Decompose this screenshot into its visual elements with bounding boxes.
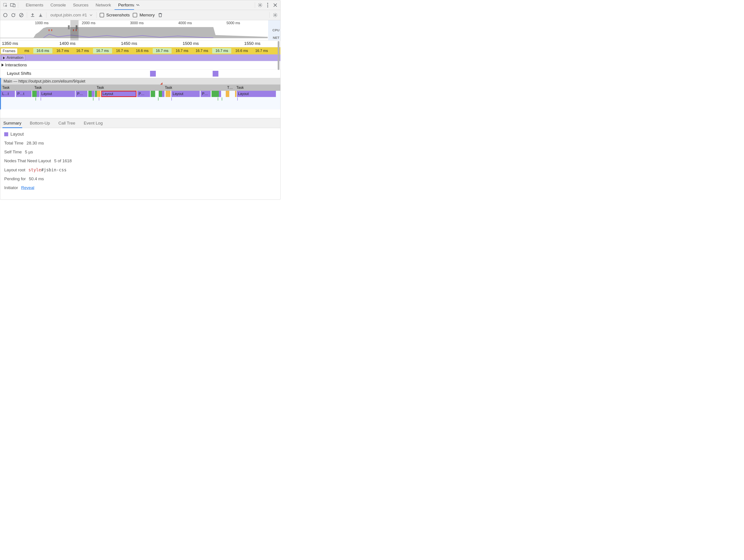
activity-bar[interactable]: Layout bbox=[40, 91, 75, 97]
activity-bar[interactable] bbox=[216, 91, 219, 97]
reload-record-icon[interactable] bbox=[9, 11, 17, 19]
activity-bar[interactable]: L…t bbox=[1, 91, 15, 97]
screenshots-checkbox[interactable]: Screenshots bbox=[98, 13, 131, 17]
net-label: NET bbox=[273, 36, 280, 39]
summary-panel: Layout Total Time 28.30 ms Self Time 5 µ… bbox=[0, 128, 280, 199]
activity-bar[interactable] bbox=[219, 91, 221, 97]
separator bbox=[18, 2, 18, 8]
separator bbox=[96, 12, 97, 18]
frame-chip[interactable]: 16.6 ms bbox=[232, 48, 251, 53]
flame-ruler: 1350 ms1400 ms1450 ms1500 ms1550 ms bbox=[0, 41, 280, 47]
activity-bar[interactable] bbox=[162, 91, 164, 97]
frame-chip[interactable]: 16.7 ms bbox=[173, 48, 191, 53]
separator bbox=[269, 12, 270, 18]
activity-bar[interactable]: P… bbox=[201, 91, 211, 97]
event-title: Layout bbox=[10, 132, 24, 137]
layout-shift-event[interactable] bbox=[150, 71, 156, 77]
tab-performance[interactable]: Performance bbox=[115, 0, 134, 10]
frame-chip[interactable]: 16.6 ms bbox=[33, 48, 52, 53]
frames-track: ms16.6 ms16.7 ms16.7 ms16.7 ms16.7 ms16.… bbox=[0, 47, 280, 54]
activity-bar[interactable] bbox=[151, 91, 155, 97]
row-self-time: Self Time 5 µs bbox=[4, 150, 276, 154]
flame-scrollbar[interactable] bbox=[278, 41, 280, 70]
tab-elements[interactable]: Elements bbox=[22, 0, 47, 10]
activity-bar[interactable] bbox=[212, 91, 216, 97]
inspect-element-icon[interactable] bbox=[2, 1, 9, 9]
svg-point-6 bbox=[267, 6, 268, 7]
activity-bar[interactable] bbox=[88, 91, 92, 97]
frame-chip[interactable]: 16.7 ms bbox=[212, 48, 231, 53]
activity-bar[interactable] bbox=[37, 91, 39, 97]
activity-bar[interactable] bbox=[95, 91, 97, 97]
tab-sources[interactable]: Sources bbox=[70, 0, 92, 10]
frame-chip[interactable]: 16.7 ms bbox=[73, 48, 92, 53]
task-bar[interactable]: Task bbox=[1, 84, 32, 91]
svg-rect-14 bbox=[68, 25, 70, 29]
task-bar[interactable]: Task bbox=[235, 84, 280, 91]
expand-icon[interactable] bbox=[2, 64, 4, 67]
close-devtools-icon[interactable] bbox=[271, 1, 279, 9]
clear-icon[interactable] bbox=[17, 11, 25, 19]
task-bar[interactable]: Task bbox=[96, 84, 162, 91]
row-total-time: Total Time 28.30 ms bbox=[4, 141, 276, 146]
more-tabs-chevron-icon[interactable] bbox=[134, 1, 142, 9]
frame-chip[interactable]: ms bbox=[21, 48, 32, 53]
layout-shifts-track: Layout Shifts bbox=[0, 70, 280, 78]
detail-tab-call-tree[interactable]: Call Tree bbox=[58, 118, 76, 128]
task-bar[interactable]: Task bbox=[163, 84, 225, 91]
record-icon[interactable] bbox=[2, 11, 9, 19]
timeline-marker bbox=[171, 98, 172, 101]
detail-tab-summary[interactable]: Summary bbox=[2, 118, 22, 128]
timeline-overview[interactable]: 1000 ms2000 ms3000 ms4000 ms5000 ms CPU … bbox=[0, 20, 280, 41]
tab-network[interactable]: Network bbox=[92, 0, 115, 10]
frame-chip[interactable]: 16.7 ms bbox=[192, 48, 212, 53]
checkbox-icon bbox=[133, 13, 137, 17]
initiator-reveal-link[interactable]: Reveal bbox=[21, 185, 34, 190]
capture-settings-gear-icon[interactable] bbox=[271, 11, 279, 19]
activity-bar[interactable]: P…t bbox=[16, 91, 32, 97]
activity-bar[interactable]: P… bbox=[76, 91, 87, 97]
cpu-label: CPU bbox=[272, 28, 280, 32]
flame-chart[interactable]: 1350 ms1400 ms1450 ms1500 ms1550 ms ms16… bbox=[0, 41, 280, 118]
detail-tab-bottom-up[interactable]: Bottom-Up bbox=[29, 118, 51, 128]
memory-checkbox[interactable]: Memory bbox=[132, 13, 156, 17]
devtools-root: ElementsConsoleSourcesNetworkPerformance… bbox=[0, 0, 281, 200]
performance-toolbar: output.jsbin.com #1 Screenshots Memory bbox=[0, 10, 280, 20]
download-profile-icon[interactable] bbox=[37, 11, 44, 19]
layout-shift-event[interactable] bbox=[213, 71, 218, 77]
detail-tab-event-log[interactable]: Event Log bbox=[83, 118, 104, 128]
frame-chip[interactable]: 16.7 ms bbox=[153, 48, 172, 53]
activity-bar[interactable] bbox=[235, 91, 236, 97]
frame-chip[interactable]: 16.7 ms bbox=[252, 48, 271, 53]
activity-bar[interactable]: P… bbox=[137, 91, 150, 97]
activity-bar[interactable]: Layout bbox=[237, 91, 276, 97]
activity-bar[interactable] bbox=[32, 91, 37, 97]
activity-bar[interactable] bbox=[159, 91, 162, 97]
ruler-tick: 1450 ms bbox=[121, 41, 137, 46]
task-bar[interactable]: Task bbox=[33, 84, 95, 91]
frame-chip[interactable]: 16.7 ms bbox=[53, 48, 72, 53]
kebab-menu-icon[interactable] bbox=[264, 1, 271, 9]
settings-gear-icon[interactable] bbox=[256, 1, 264, 9]
frame-chip[interactable]: 16.7 ms bbox=[113, 48, 132, 53]
activity-bar[interactable]: Layout bbox=[171, 91, 200, 97]
frame-chip[interactable]: 16.7 ms bbox=[93, 48, 112, 53]
task-bar[interactable]: T… bbox=[226, 84, 234, 91]
device-toolbar-icon[interactable] bbox=[9, 1, 16, 9]
svg-point-9 bbox=[274, 14, 276, 16]
activity-bar[interactable] bbox=[92, 91, 95, 97]
layout-shifts-track-label: Layout Shifts bbox=[7, 71, 31, 76]
frame-chip[interactable]: 16.6 ms bbox=[133, 48, 152, 53]
layout-root-node[interactable]: style#jsbin-css bbox=[28, 167, 67, 172]
activity-bar[interactable] bbox=[165, 91, 171, 97]
activity-bar[interactable] bbox=[97, 91, 101, 97]
svg-rect-11 bbox=[51, 29, 52, 31]
activity-bar[interactable] bbox=[226, 91, 229, 97]
svg-point-4 bbox=[267, 3, 268, 4]
activity-bar[interactable]: Layout bbox=[101, 91, 137, 97]
upload-profile-icon[interactable] bbox=[29, 11, 36, 19]
delete-profile-icon[interactable] bbox=[156, 11, 164, 19]
timeline-marker bbox=[99, 98, 99, 101]
tab-console[interactable]: Console bbox=[47, 0, 70, 10]
recording-selector[interactable]: output.jsbin.com #1 bbox=[48, 10, 95, 20]
